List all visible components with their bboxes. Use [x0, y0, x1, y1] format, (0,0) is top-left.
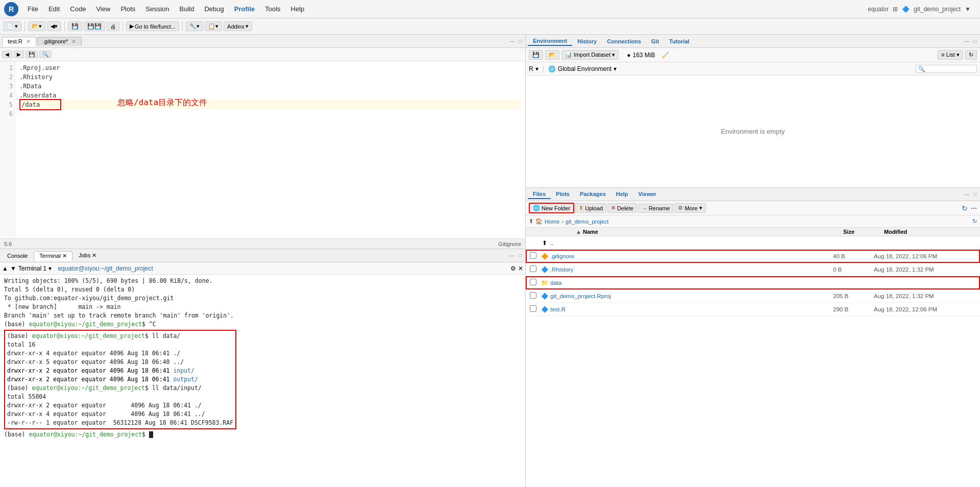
save-all-button[interactable]: 💾💾 — [84, 21, 105, 31]
testr-checkbox[interactable] — [530, 305, 539, 313]
expand-icon[interactable]: ⊞ — [893, 6, 898, 13]
import-dataset-button[interactable]: 📊 Import Dataset ▾ — [561, 50, 619, 60]
rproj-checkbox[interactable] — [530, 292, 539, 300]
editor-maximize-button[interactable]: □ — [517, 38, 523, 44]
env-search-input[interactable] — [916, 65, 977, 73]
breadcrumb-home[interactable]: Home — [545, 218, 559, 225]
recent-button[interactable]: ◀▾ — [47, 21, 61, 31]
new-folder-button[interactable]: 🌐 New Folder — [529, 203, 574, 213]
menu-profile[interactable]: Profile — [230, 3, 259, 15]
project-name[interactable]: git_demo_project — [914, 6, 961, 13]
tab-files[interactable]: Files — [528, 190, 551, 199]
files-maximize-button[interactable]: □ — [972, 191, 978, 198]
menu-build[interactable]: Build — [176, 3, 199, 15]
menu-file[interactable]: File — [23, 3, 42, 15]
open-button[interactable]: 📂▾ — [28, 21, 45, 31]
data-folder-name[interactable]: data — [550, 280, 833, 286]
tab-viewer[interactable]: Viewer — [633, 190, 662, 199]
tab-console[interactable]: Console — [2, 252, 33, 260]
menu-edit[interactable]: Edit — [44, 3, 64, 15]
rhistory-check-input[interactable] — [530, 265, 536, 272]
rproj-name[interactable]: git_demo_project.Rproj — [550, 293, 833, 299]
menu-debug[interactable]: Debug — [200, 3, 228, 15]
tab-environment[interactable]: Environment — [528, 37, 572, 46]
tab-plots[interactable]: Plots — [551, 190, 575, 199]
env-minimize-button[interactable]: — — [963, 38, 971, 44]
tab-tutorial[interactable]: Tutorial — [664, 37, 695, 45]
ed-save-file-button[interactable]: 💾 — [26, 51, 38, 58]
menu-help[interactable]: Help — [287, 3, 309, 15]
console-minimize-button[interactable]: — — [508, 252, 516, 259]
menu-tools[interactable]: Tools — [261, 3, 284, 15]
code-tools-button[interactable]: 🔧▾ — [186, 21, 203, 31]
clear-env-button[interactable]: 🧹 — [662, 52, 669, 59]
close-gitignore-icon[interactable]: ✕ — [71, 38, 76, 44]
tab-jobs[interactable]: Jobs ✕ — [74, 251, 102, 260]
console-maximize-button[interactable]: □ — [517, 252, 523, 259]
tab-packages[interactable]: Packages — [575, 190, 611, 199]
console-content[interactable]: Writing objects: 100% (5/5), 690 bytes |… — [0, 275, 525, 487]
rhistory-name[interactable]: .Rhistory — [550, 266, 833, 273]
gitignore-checkbox[interactable] — [530, 252, 539, 260]
testr-check-input[interactable] — [530, 305, 536, 312]
console-arrow-up[interactable]: ▲ — [2, 265, 8, 272]
tab-test-r[interactable]: test.R ✕ — [2, 37, 36, 46]
breadcrumb-project[interactable]: git_demo_project — [566, 218, 608, 225]
env-save-button[interactable]: 💾 — [529, 50, 543, 60]
print-button[interactable]: 🖨 — [107, 22, 119, 31]
files-header-name[interactable]: ▲ Name — [550, 229, 843, 235]
files-sync-icon[interactable]: ↻ — [962, 204, 968, 212]
compile-button[interactable]: 📋▾ — [205, 21, 222, 31]
tab-history[interactable]: History — [572, 37, 602, 45]
ed-back-button[interactable]: ◀ — [2, 51, 12, 58]
global-env-label[interactable]: Global Environment — [558, 65, 611, 72]
tab-git[interactable]: Git — [646, 37, 664, 45]
files-header-modified[interactable]: Modified — [884, 229, 976, 235]
console-close-icon[interactable]: ✕ — [518, 265, 523, 272]
menu-session[interactable]: Session — [141, 3, 173, 15]
console-arrow-down[interactable]: ▼ — [10, 265, 16, 272]
tab-connections[interactable]: Connections — [602, 37, 646, 45]
more-button[interactable]: ⚙ More ▾ — [674, 203, 705, 213]
rproj-check-input[interactable] — [530, 292, 536, 299]
files-header-size[interactable]: Size — [843, 229, 884, 235]
gitignore-name[interactable]: .gitignore — [550, 253, 833, 259]
tab-gitignore[interactable]: .gitignore* ✕ — [37, 37, 82, 46]
addins-button[interactable]: Addins ▾ — [224, 21, 252, 31]
menu-code[interactable]: Code — [66, 3, 90, 15]
editor-minimize-button[interactable]: — — [508, 38, 516, 44]
global-env-dropdown[interactable]: ▾ — [614, 65, 617, 72]
ed-forward-button[interactable]: ▶ — [14, 51, 24, 58]
env-refresh-button[interactable]: ↻ — [965, 50, 977, 60]
list-view-button[interactable]: ≡ List ▾ — [938, 50, 963, 60]
new-script-button[interactable]: 📄▾ — [3, 21, 21, 31]
file-row-data: 📁 data — [526, 276, 980, 289]
env-load-button[interactable]: 📂 — [545, 50, 559, 60]
tab-terminal[interactable]: Terminal ✕ — [34, 251, 72, 261]
ed-find-button[interactable]: 🔍 — [39, 51, 52, 58]
project-dropdown-icon[interactable]: ▼ — [965, 6, 971, 13]
save-button[interactable]: 💾 — [68, 21, 82, 31]
env-maximize-button[interactable]: □ — [972, 38, 978, 44]
upload-button[interactable]: ⬆ Upload — [575, 203, 606, 213]
gitignore-check-input[interactable] — [530, 252, 536, 259]
menu-plots[interactable]: Plots — [116, 3, 139, 15]
files-more-icon[interactable]: ⋯ — [971, 205, 977, 212]
close-test-r-icon[interactable]: ✕ — [26, 38, 31, 44]
tab-help[interactable]: Help — [611, 190, 633, 199]
data-checkbox[interactable] — [530, 279, 539, 286]
r-dropdown-icon[interactable]: ▾ — [535, 65, 538, 72]
rhistory-checkbox[interactable] — [530, 265, 539, 273]
breadcrumb-sync-icon[interactable]: ↻ — [972, 218, 977, 225]
go-to-file-button[interactable]: ▶ Go to file/funct... — [126, 21, 179, 31]
data-check-input[interactable] — [530, 279, 536, 285]
rename-button[interactable]: → Rename — [638, 204, 674, 213]
testr-name[interactable]: test.R — [550, 306, 833, 312]
code-area[interactable]: .Rproj.user .Rhistory .RData .Ruserdata … — [15, 61, 525, 238]
parent-name[interactable]: .. — [550, 240, 833, 246]
breadcrumb-up-icon[interactable]: ⬆ — [529, 218, 533, 225]
files-minimize-button[interactable]: — — [963, 191, 971, 198]
delete-button[interactable]: ✕ Delete — [607, 203, 637, 213]
menu-view[interactable]: View — [92, 3, 114, 15]
console-settings-icon[interactable]: ⚙ — [510, 265, 516, 272]
